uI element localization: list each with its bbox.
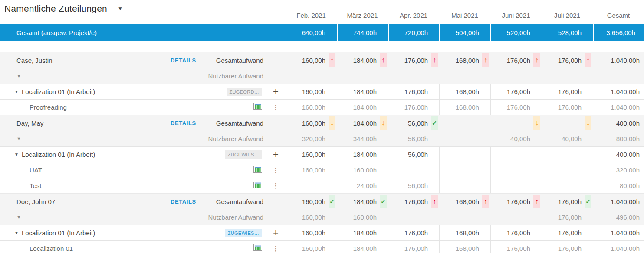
assignment-label-cell: ▼Localization 01 (In Arbeit)ZUGEORD…	[0, 84, 266, 99]
bar-chart-icon[interactable]	[253, 165, 262, 175]
month-cell: 24,00h	[337, 178, 388, 193]
task-row: Proofreading⋮160,00h184,00h176,00h168,00…	[0, 99, 644, 115]
cell-value: 1.040,00h	[611, 198, 640, 205]
month-cell: 168,00h↑	[439, 194, 490, 209]
details-link[interactable]: DETAILS	[171, 198, 196, 205]
month-cell: 176,00h	[388, 225, 439, 240]
page-title: Namentliche Zuteilungen	[4, 3, 107, 14]
cell-value: 160,00h	[302, 214, 325, 221]
month-cell	[490, 209, 542, 225]
total-row-label: Gesamt (ausgew. Projekt/e)	[16, 29, 97, 36]
month-cell: 184,00h	[337, 241, 388, 253]
kebab-menu-button[interactable]: ⋮	[273, 183, 279, 189]
details-link[interactable]: DETAILS	[171, 57, 196, 64]
cell-value: 168,00h	[456, 229, 479, 237]
cell-value: 184,00h	[353, 229, 377, 237]
collapse-toggle-icon[interactable]: ▼	[16, 136, 21, 141]
cell-value: 160,00h	[302, 166, 325, 174]
month-cell: 184,00h	[337, 84, 388, 99]
bar-chart-icon[interactable]	[253, 181, 262, 191]
cell-value: 160,00h	[302, 88, 325, 95]
cell-value: 1.040,00h	[611, 104, 640, 111]
assignment-label-cell: ▼Localization 01 (In Arbeit)ZUGEWIES…	[0, 147, 266, 162]
person-label-cell: ▼Nutzbarer Aufwand	[0, 131, 266, 146]
cell-value: 800,00h	[616, 135, 640, 143]
bar-chart-icon[interactable]	[253, 103, 262, 112]
cell-value: 176,00h	[558, 214, 582, 221]
cell-value: 160,00h	[302, 57, 325, 64]
collapse-toggle-icon[interactable]: ▼	[14, 89, 19, 94]
month-cell: 176,00h↑	[542, 52, 593, 68]
month-cell: 184,00h↓	[337, 115, 388, 131]
cell-value: 184,00h	[353, 151, 377, 158]
chevron-down-icon: ▼	[118, 6, 123, 11]
kebab-menu-button[interactable]: ⋮	[273, 246, 279, 252]
details-link[interactable]: DETAILS	[171, 120, 196, 126]
collapse-toggle-icon[interactable]: ▼	[14, 230, 19, 235]
collapse-toggle-icon[interactable]: ▼	[16, 214, 21, 220]
gesamt-cell: 1.040,00h	[593, 52, 644, 68]
view-selector[interactable]: Namentliche Zuteilungen ▼	[4, 3, 123, 14]
cell-value: 496,00h	[616, 214, 640, 221]
month-cell: 56,00h	[388, 131, 439, 146]
person-label-cell: Doe, John 07DETAILSGesamtaufwand	[0, 194, 266, 209]
cell-value: 160,00h	[302, 245, 325, 252]
cell-value: 176,00h	[507, 245, 530, 252]
month-cell: 344,00h	[337, 131, 388, 146]
kebab-menu-button[interactable]: ⋮	[273, 167, 279, 173]
cell-value: 520,00h	[507, 29, 530, 36]
cell-value: 160,00h	[302, 104, 325, 111]
kebab-menu-button[interactable]: ⋮	[273, 104, 279, 110]
month-cell	[542, 68, 593, 84]
view-header: Namentliche Zuteilungen ▼ Feb. 2021März …	[0, 0, 644, 24]
total-cell: 520,00h	[490, 24, 542, 41]
cell-value: 176,00h	[558, 104, 582, 111]
person-summary-row: Case, JustinDETAILSGesamtaufwand160,00h↑…	[0, 52, 644, 68]
column-header: Feb. 2021	[286, 12, 337, 24]
arrow-up-icon: ↑	[533, 195, 540, 208]
cell-value: 80,00h	[620, 182, 640, 189]
bar-chart-icon[interactable]	[253, 244, 262, 253]
assignment-name: Localization 01 (In Arbeit)	[22, 151, 95, 158]
task-name: Proofreading	[30, 104, 67, 111]
assignment-status-badge[interactable]: ZUGEWIES…	[225, 150, 262, 159]
assignment-label-cell: ▼Localization 01 (In Arbeit)ZUGEWIES…	[0, 225, 266, 240]
task-label-cell: Proofreading	[0, 100, 266, 115]
month-cell: 160,00h	[286, 147, 337, 162]
collapse-toggle-icon[interactable]: ▼	[14, 152, 19, 157]
column-header: Juli 2021	[542, 12, 593, 24]
cell-value: 176,00h	[507, 198, 530, 205]
collapse-toggle-icon[interactable]: ▼	[16, 73, 21, 78]
assignment-status-badge[interactable]: ZUGEORD…	[227, 88, 262, 96]
add-allocation-button[interactable]: +	[273, 87, 279, 97]
effort-usable-label: Nutzbarer Aufwand	[208, 214, 263, 221]
cell-value: 184,00h	[353, 198, 377, 205]
cell-value: 160,00h	[353, 214, 377, 221]
cell-value: 176,00h	[404, 229, 428, 237]
month-cell	[286, 178, 337, 193]
gesamt-cell: 1.040,00h	[593, 84, 644, 99]
cell-value: 56,00h	[408, 135, 428, 143]
month-cell	[542, 162, 593, 178]
arrow-up-icon: ↑	[380, 53, 387, 67]
cell-value: 400,00h	[616, 151, 640, 158]
gesamt-cell: 1.040,00h	[593, 194, 644, 209]
task-row: UAT⋮160,00h160,00h320,00h	[0, 162, 644, 178]
month-cell: 160,00h↓	[286, 115, 337, 131]
assignment-status-badge[interactable]: ZUGEWIES…	[225, 229, 262, 237]
month-cell: ↓	[490, 115, 542, 131]
month-cell	[542, 147, 593, 162]
month-cell: 40,00h	[490, 131, 542, 146]
add-allocation-button[interactable]: +	[273, 150, 279, 159]
arrow-down-icon: ↓	[533, 116, 540, 130]
cell-value: 400,00h	[616, 120, 640, 127]
cell-value: 3.656,00h	[606, 29, 635, 36]
month-cell: 184,00h	[337, 225, 388, 240]
person-secondary-row: ▼Nutzbarer Aufwand320,00h344,00h56,00h40…	[0, 131, 644, 146]
month-cell: 176,00h	[490, 84, 542, 99]
month-cell: 40,00h	[542, 131, 593, 146]
add-allocation-button[interactable]: +	[273, 228, 279, 238]
month-cell: 320,00h	[286, 131, 337, 146]
month-cell: 160,00h	[286, 209, 337, 225]
month-cell: 160,00h✓	[286, 194, 337, 209]
